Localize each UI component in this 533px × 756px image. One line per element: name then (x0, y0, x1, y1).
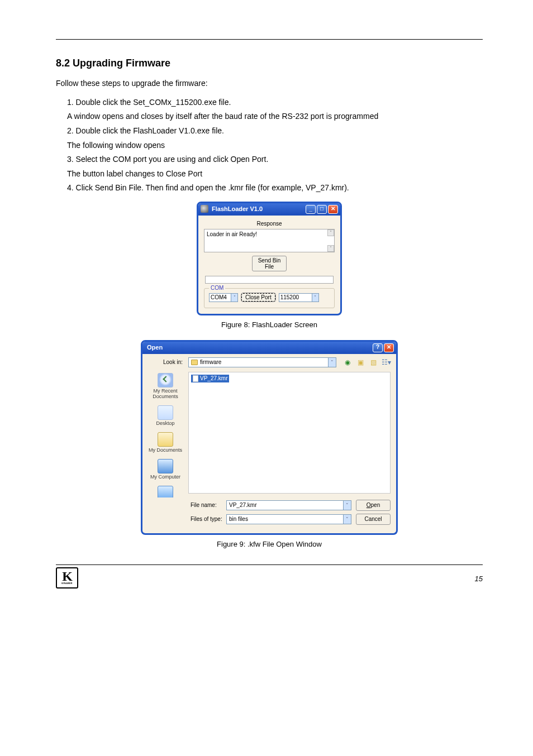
up-one-level-icon[interactable]: ▣ (356, 358, 365, 367)
help-icon[interactable]: ? (373, 343, 383, 352)
chevron-down-icon[interactable]: ˅ (312, 294, 318, 302)
footer-rule: K KRAMER 15 (56, 564, 483, 588)
step-4: 4. Click Send Bin File. Then find and op… (56, 183, 483, 194)
look-in-select[interactable]: firmware ˅ (188, 357, 336, 367)
step-3-note: The button label changes to Close Port (67, 169, 483, 180)
baud-rate-select[interactable]: 115200 ˅ (279, 293, 319, 302)
send-bin-file-button[interactable]: Send Bin File (252, 256, 287, 271)
response-label: Response (204, 220, 335, 228)
dialog-title: Open (147, 343, 163, 352)
figure-8-caption: Figure 8: FlashLoader Screen (56, 320, 483, 330)
com-group: COM COM4 ˅ Close Port 115200 ˅ (204, 288, 335, 308)
sidebar-item-desktop[interactable]: Desktop (142, 405, 188, 427)
selected-file-name: VP_27.kmr (200, 375, 227, 382)
progress-bar (205, 276, 334, 284)
chevron-down-icon[interactable]: ˅ (343, 515, 351, 524)
file-item-selected[interactable]: VP_27.kmr (191, 375, 229, 382)
recent-documents-icon (158, 373, 173, 387)
dialog-titlebar[interactable]: Open ? ✕ (142, 342, 396, 354)
file-open-dialog: Open ? ✕ Look in: firmware ˅ ◉ ▣ ▧ ☷▾ (141, 340, 398, 511)
figure-8: FlashLoader V1.0 _ □ ✕ Response Loader i… (56, 202, 483, 315)
sidebar-item-computer[interactable]: My Computer (142, 459, 188, 480)
window-title: FlashLoader V1.0 (212, 205, 263, 213)
logo-letter: K (62, 571, 72, 582)
section-title: 8.2 Upgrading Firmware (56, 56, 483, 70)
file-name-input[interactable]: VP_27.kmr ˅ (226, 500, 351, 510)
documents-icon (158, 432, 173, 447)
scroll-up-icon[interactable]: ˄ (327, 229, 334, 236)
com-port-value: COM4 (211, 294, 227, 302)
file-name-value: VP_27.kmr (229, 501, 256, 509)
file-icon (193, 375, 198, 382)
files-of-type-select[interactable]: bin files ˅ (226, 514, 351, 524)
com-group-label: COM (209, 284, 225, 292)
chevron-down-icon[interactable]: ˅ (343, 501, 351, 510)
step-2-note: The following window opens (67, 140, 483, 151)
brand-logo: K KRAMER (56, 567, 78, 588)
logo-brand-text: KRAMER (61, 582, 72, 585)
step-1-note: A window opens and closes by itself afte… (67, 111, 483, 122)
maximize-icon[interactable]: □ (317, 205, 327, 214)
app-icon (201, 205, 208, 213)
open-button[interactable]: Open (356, 500, 391, 511)
sidebar-item-documents[interactable]: My Documents (142, 432, 188, 453)
baud-rate-value: 115200 (280, 294, 299, 302)
close-port-button[interactable]: Close Port (241, 293, 275, 302)
cancel-button[interactable]: Cancel (356, 514, 391, 525)
file-list-area[interactable]: VP_27.kmr (188, 372, 391, 494)
file-name-label: File name: (191, 501, 226, 509)
places-sidebar: My Recent Documents Desktop My Documents… (142, 370, 188, 510)
header-rule (56, 39, 483, 40)
step-3: 3. Select the COM port you are using and… (56, 154, 483, 165)
views-icon[interactable]: ☷▾ (382, 358, 391, 367)
back-icon[interactable]: ◉ (343, 358, 352, 367)
step-2: 2. Double click the FlashLoader V1.0.exe… (56, 126, 483, 137)
look-in-label: Look in: (148, 358, 183, 366)
desktop-icon (158, 405, 173, 420)
chevron-down-icon[interactable]: ˅ (231, 294, 237, 302)
computer-icon (158, 459, 173, 473)
close-icon[interactable]: ✕ (384, 343, 394, 352)
flashloader-window: FlashLoader V1.0 _ □ ✕ Response Loader i… (197, 202, 342, 315)
window-titlebar[interactable]: FlashLoader V1.0 _ □ ✕ (198, 203, 340, 216)
files-of-type-label: Files of type: (191, 515, 226, 523)
files-of-type-value: bin files (229, 515, 248, 523)
folder-icon (191, 360, 198, 365)
look-in-value: firmware (200, 358, 221, 366)
response-textarea[interactable]: Loader in air Ready! ˄ ˅ (204, 229, 335, 252)
figure-9: Open ? ✕ Look in: firmware ˅ ◉ ▣ ▧ ☷▾ (56, 340, 483, 511)
chevron-down-icon[interactable]: ˅ (328, 358, 336, 367)
response-text: Loader in air Ready! (207, 231, 257, 237)
minimize-icon[interactable]: _ (306, 205, 316, 214)
new-folder-icon[interactable]: ▧ (369, 358, 378, 367)
figure-9-caption: Figure 9: .kfw File Open Window (56, 539, 483, 549)
step-1: 1. Double click the Set_COMx_115200.exe … (56, 97, 483, 108)
com-port-select[interactable]: COM4 ˅ (209, 293, 238, 302)
intro-text: Follow these steps to upgrade the firmwa… (56, 78, 483, 89)
figure-9-bottom-overlay: File name: VP_27.kmr ˅ Open Files of typ… (56, 501, 483, 535)
page-number: 15 (475, 574, 483, 584)
close-icon[interactable]: ✕ (328, 205, 338, 214)
sidebar-item-recent[interactable]: My Recent Documents (142, 373, 188, 400)
scroll-down-icon[interactable]: ˅ (327, 245, 334, 252)
